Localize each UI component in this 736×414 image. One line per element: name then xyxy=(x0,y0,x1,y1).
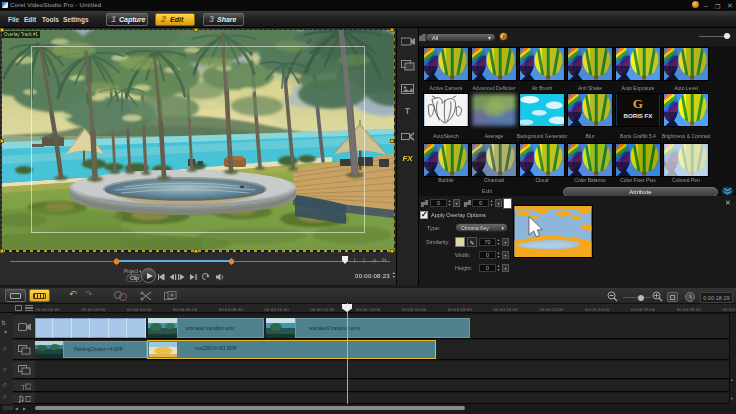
svg-text:T: T xyxy=(21,383,26,392)
svg-text:G: G xyxy=(633,96,643,111)
svg-text:BORIS FX: BORIS FX xyxy=(624,112,654,119)
